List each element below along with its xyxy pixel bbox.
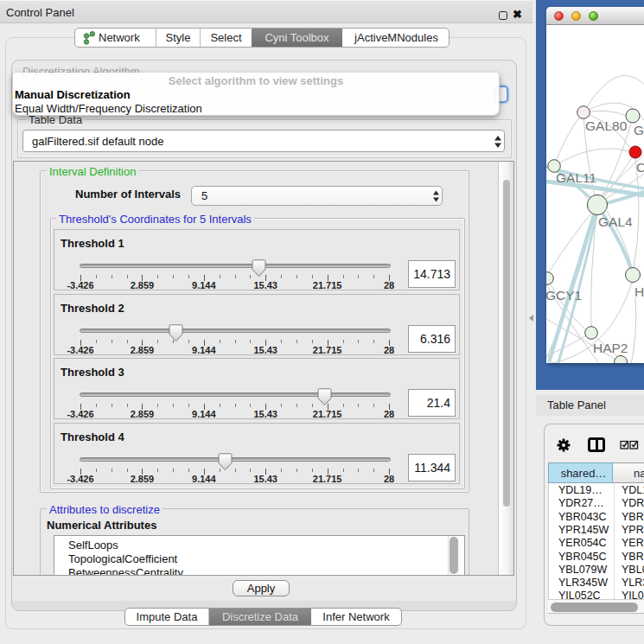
svg-text:HAP2: HAP2	[593, 341, 628, 355]
svg-text:GAL4: GAL4	[598, 214, 633, 229]
svg-text:GAL80: GAL80	[585, 118, 628, 133]
svg-text:C: C	[636, 160, 644, 175]
svg-text:GAL11: GAL11	[556, 170, 596, 185]
svg-text:H: H	[634, 284, 644, 299]
svg-text:GA: GA	[634, 123, 644, 137]
svg-text:GCY1: GCY1	[546, 288, 582, 303]
